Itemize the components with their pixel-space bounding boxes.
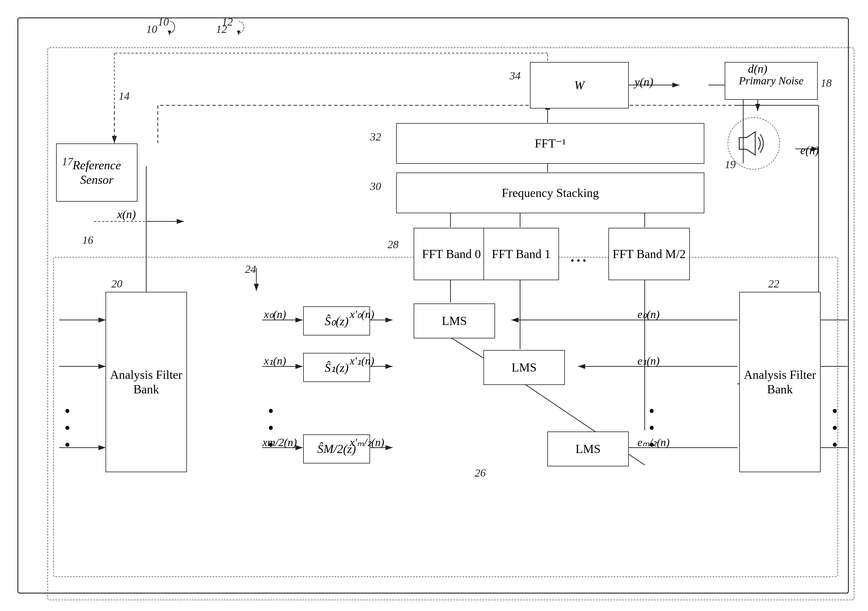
x0n-signal: x₀(n) [264,308,286,320]
s1-label: Ŝ₁(z) [325,361,349,375]
label-30: 30 [370,180,381,193]
en-signal: e(n) [800,143,819,157]
W-label: W [574,78,584,93]
fft-bandM-label: FFT Band M/2 [612,247,685,261]
analysis-filter-bank-right: Analysis Filter Bank [739,292,821,472]
W-box: W [530,62,629,109]
fft-bandM-box: FFT Band M/2 [608,228,690,280]
lms0-label: LMS [442,314,467,328]
fft-band1-label: FFT Band 1 [492,247,550,261]
label-24: 24 [245,263,256,275]
label-26: 26 [475,466,486,479]
label-16: 16 [82,234,93,246]
xm2pn-signal: x'ₘ/₂(n) [350,436,384,449]
label-34: 34 [510,69,521,82]
dots-label: ... [570,248,589,265]
fft-inv-label: FFT⁻¹ [535,136,566,151]
analysis-left-label: Analysis Filter Bank [106,367,186,397]
lms0-box: LMS [414,303,495,338]
freq-stacking-label: Frequency Stacking [502,186,599,200]
lms2-box: LMS [547,431,629,466]
lms2-label: LMS [575,442,601,456]
lms1-label: LMS [512,360,536,375]
fft-band1-box: FFT Band 1 [484,228,559,280]
x0pn-signal: x'₀(n) [350,308,374,320]
speaker-icon [736,126,771,161]
primary-noise-box: Primary Noise [725,62,818,100]
diagram-container: 10 12 [17,17,849,594]
svg-marker-48 [739,132,755,155]
lms1-box: LMS [484,350,565,385]
dots-x-signals: ••• [268,403,274,453]
label-20: 20 [111,277,122,290]
yn-signal: y(n) [635,75,653,89]
fft-band0-box: FFT Band 0 [414,228,489,280]
x1n-signal: x₁(n) [264,354,286,367]
label-19: 19 [725,158,736,171]
label-28: 28 [388,238,398,251]
xm2n-signal: xm/2(n) [262,436,297,449]
reference-sensor-box: Reference Sensor [56,143,138,202]
analysis-filter-bank-left: Analysis Filter Bank [105,292,187,472]
analysis-right-label: Analysis Filter Bank [740,367,820,397]
fft-inv-box: FFT⁻¹ [396,123,704,164]
dn-signal: d(n) [748,62,767,76]
e0n-signal: e₀(n) [637,308,660,320]
e1n-signal: e₁(n) [637,354,660,367]
label-10: 10 [146,23,157,36]
label-14: 14 [119,90,130,103]
dots-left-input: ••• [65,403,70,453]
label-12: 12 [216,23,227,36]
label-18: 18 [821,76,832,89]
primary-noise-label: Primary Noise [739,74,804,87]
fft-band0-label: FFT Band 0 [422,247,481,261]
label-32: 32 [370,131,381,143]
dots-right-input: ••• [832,403,837,453]
dots-e-signals: ••• [649,403,654,453]
s0-label: Ŝ₀(z) [325,314,349,328]
label-17: 17 [62,155,73,168]
x1pn-signal: x'₁(n) [350,354,374,367]
label-22: 22 [768,277,779,290]
freq-stacking-box: Frequency Stacking [396,173,704,213]
xn-signal: x(n) [117,207,136,221]
